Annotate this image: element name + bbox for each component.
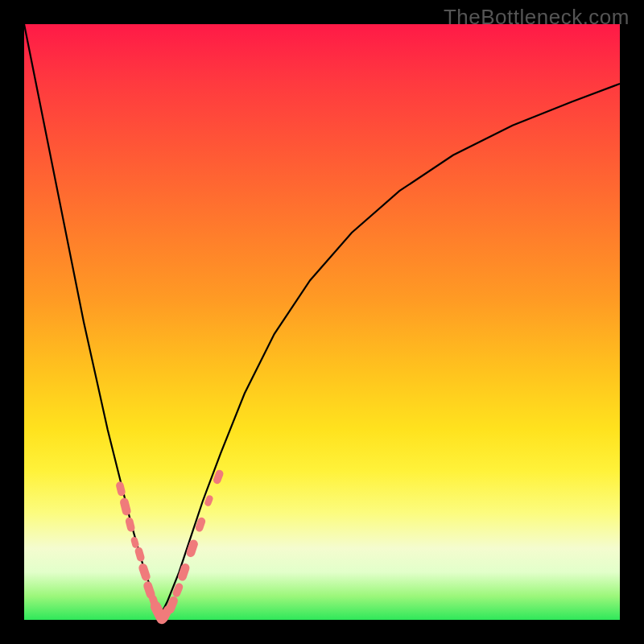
curve-marker [125,517,136,533]
curve-left-branch [24,24,161,614]
chart-frame: TheBottleneck.com [0,0,644,644]
curve-marker [138,563,151,582]
curve-markers [115,469,225,625]
curve-marker [115,481,126,497]
watermark-text: TheBottleneck.com [444,5,630,30]
curve-marker [119,497,132,516]
curve-marker [134,547,146,563]
curve-right-branch [161,84,620,614]
chart-overlay [24,24,620,620]
